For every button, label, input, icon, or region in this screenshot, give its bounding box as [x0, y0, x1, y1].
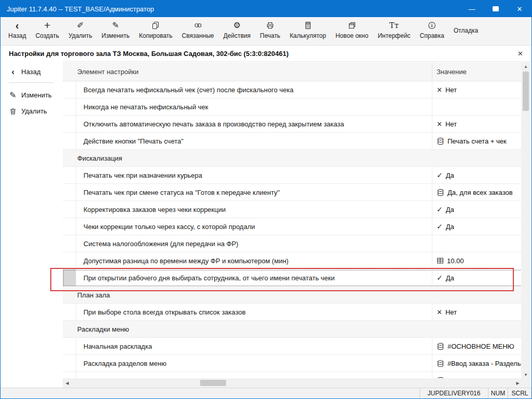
- sidebar-item-label: Изменить: [21, 91, 52, 99]
- sidebar-item-edit[interactable]: ✎Изменить: [9, 90, 63, 100]
- setting-value-cell[interactable]: ✕Нет: [432, 81, 522, 98]
- section-row[interactable]: Раскладки меню: [63, 321, 522, 338]
- toolbar-button-actions[interactable]: ⚙Действия: [219, 17, 256, 45]
- setting-row[interactable]: Отключить автоматическую печать заказа в…: [63, 116, 522, 133]
- setting-value: Да: [446, 223, 454, 231]
- chain-icon: [194, 21, 202, 30]
- toolbar-button-calculator[interactable]: Калькулятор: [285, 17, 331, 45]
- pencil_x-icon: ✐: [77, 20, 83, 30]
- row-selector-cell[interactable]: [63, 269, 76, 286]
- status-scroll-lock: SCRL: [508, 388, 531, 398]
- toolbar-button-create[interactable]: +Создать: [31, 17, 64, 45]
- setting-row[interactable]: Печатать чек при назначении курьера✓Да: [63, 167, 522, 184]
- back-icon: ‹: [16, 20, 19, 31]
- setting-value-cell[interactable]: ✓Да: [432, 201, 522, 218]
- section-row[interactable]: Фискализация: [63, 150, 522, 167]
- setting-value-cell[interactable]: ✕Нет: [432, 304, 522, 320]
- close-button[interactable]: ✕: [508, 1, 531, 17]
- toolbar-button-label: Копировать: [139, 32, 173, 39]
- setting-value: #Ввод заказа - Разделы: [447, 360, 522, 367]
- maximize-icon: [493, 6, 499, 11]
- setting-row[interactable]: Допустимая разница по времени между ФР и…: [63, 252, 522, 269]
- toolbar: ‹Назад+Создать✐Удалить✎ИзменитьКопироват…: [1, 17, 531, 46]
- setting-label: Раскладка разделов меню: [76, 355, 432, 372]
- toolbar-button-label: Отладка: [454, 27, 478, 34]
- toolbar-button-label: Печать: [260, 32, 280, 39]
- row-selector-cell[interactable]: [63, 252, 76, 269]
- trash-icon: [9, 108, 17, 115]
- setting-value-cell[interactable]: Печать счета + чек: [432, 133, 522, 149]
- maximize-button[interactable]: [484, 1, 508, 17]
- setting-row[interactable]: Действие кнопки "Печать счета"Печать сче…: [63, 133, 522, 150]
- setting-label: Печатать чек при смене статуса на "Готов…: [76, 184, 432, 201]
- check-icon: ✓: [437, 205, 443, 213]
- setting-value-cell[interactable]: ✓Да: [432, 218, 522, 235]
- section-row[interactable]: План зала: [63, 287, 522, 304]
- toolbar-button-help[interactable]: Справка: [415, 17, 449, 45]
- minimize-button[interactable]: —: [460, 1, 484, 17]
- toolbar-button-label: Новое окно: [335, 32, 369, 39]
- window-title: Jupiter 11.7.4.40 -- TEST_BASE/Администр…: [7, 5, 154, 13]
- toolbar-button-back[interactable]: ‹Назад: [4, 17, 31, 45]
- chain-icon: [194, 20, 202, 31]
- sidebar-item-delete[interactable]: Удалить: [9, 107, 63, 115]
- row-selector-cell[interactable]: [63, 355, 76, 372]
- cross-icon: ✕: [437, 86, 442, 94]
- db-icon: [437, 137, 444, 145]
- vertical-scrollbar-thumb[interactable]: [523, 72, 529, 111]
- row-selector-cell[interactable]: [63, 81, 76, 98]
- vertical-scrollbar[interactable]: ▲ ▼: [521, 62, 530, 379]
- setting-row[interactable]: Начальная раскладка#ОСНОВНОЕ МЕНЮ: [63, 338, 522, 355]
- row-selector-cell[interactable]: [63, 98, 76, 115]
- toolbar-button-new-window[interactable]: Новое окно: [331, 17, 373, 45]
- row-selector-cell[interactable]: [63, 133, 76, 149]
- setting-row[interactable]: Всегда печатать нефискальный чек (счет) …: [63, 81, 522, 98]
- scroll-up-icon[interactable]: ▲: [521, 62, 530, 71]
- setting-value-cell[interactable]: #Ввод заказа - Разделы: [432, 355, 522, 372]
- toolbar-button-print[interactable]: Печать: [255, 17, 285, 45]
- row-selector-cell[interactable]: [63, 116, 76, 132]
- row-selector-cell[interactable]: [63, 167, 76, 183]
- setting-value-cell[interactable]: #ОСНОВНОЕ МЕНЮ: [432, 338, 522, 354]
- horizontal-scrollbar-thumb[interactable]: [200, 380, 226, 386]
- panel-close-icon[interactable]: ✕: [517, 50, 523, 58]
- gear-icon: ⚙: [233, 20, 241, 31]
- setting-row[interactable]: Никогда не печатать нефискальный чек: [63, 98, 522, 116]
- tt-icon: Tт: [389, 21, 399, 30]
- toolbar-button-debug[interactable]: Отладка: [449, 17, 483, 45]
- row-selector-cell[interactable]: [63, 235, 76, 252]
- setting-value: Нет: [445, 308, 457, 316]
- setting-value: Да: [446, 172, 454, 179]
- row-selector-cell[interactable]: [63, 338, 76, 354]
- setting-row[interactable]: Раскладка разделов меню#Ввод заказа - Ра…: [63, 355, 522, 372]
- setting-value-cell[interactable]: [432, 235, 522, 252]
- toolbar-button-copy[interactable]: Копировать: [134, 17, 177, 45]
- toolbar-button-linked[interactable]: Связанные: [177, 17, 219, 45]
- row-selector-cell[interactable]: [63, 184, 76, 201]
- setting-row[interactable]: Корректировка заказов через чеки коррекц…: [63, 201, 522, 218]
- setting-row[interactable]: При открытии рабочего дня выбирать сотру…: [63, 269, 522, 287]
- row-selector-cell[interactable]: [63, 218, 76, 235]
- setting-row[interactable]: Система налогообложения (для передачи на…: [63, 235, 522, 252]
- setting-value-cell[interactable]: [432, 98, 522, 115]
- settings-table: Элемент настройки Значение Всегда печата…: [63, 62, 522, 379]
- setting-value-cell[interactable]: ✓Да: [432, 269, 522, 286]
- setting-value-cell[interactable]: 10.00: [432, 252, 522, 269]
- setting-value-cell[interactable]: ✕Нет: [432, 116, 522, 132]
- setting-label: Начальная раскладка: [76, 338, 432, 354]
- row-selector-cell[interactable]: [63, 304, 76, 320]
- setting-value-cell[interactable]: Да, для всех заказов: [432, 184, 522, 201]
- scroll-left-icon[interactable]: ◀: [63, 378, 72, 388]
- row-selector-cell[interactable]: [63, 201, 76, 218]
- horizontal-scrollbar[interactable]: ◀ ▶: [63, 378, 522, 388]
- back-icon: ‹: [11, 67, 15, 76]
- window-icon: [348, 20, 356, 31]
- toolbar-button-edit[interactable]: ✎Изменить: [97, 17, 134, 45]
- setting-value-cell[interactable]: ✓Да: [432, 167, 522, 183]
- toolbar-button-delete[interactable]: ✐Удалить: [64, 17, 97, 45]
- setting-row[interactable]: Печатать чек при смене статуса на "Готов…: [63, 184, 522, 201]
- setting-row[interactable]: Чеки коррекции только через кассу, с кот…: [63, 218, 522, 235]
- sidebar-item-back[interactable]: ‹Назад: [9, 67, 53, 83]
- setting-row[interactable]: При выборе стола всегда открывать список…: [63, 304, 522, 321]
- toolbar-button-interface[interactable]: TтИнтерфейс: [373, 17, 415, 45]
